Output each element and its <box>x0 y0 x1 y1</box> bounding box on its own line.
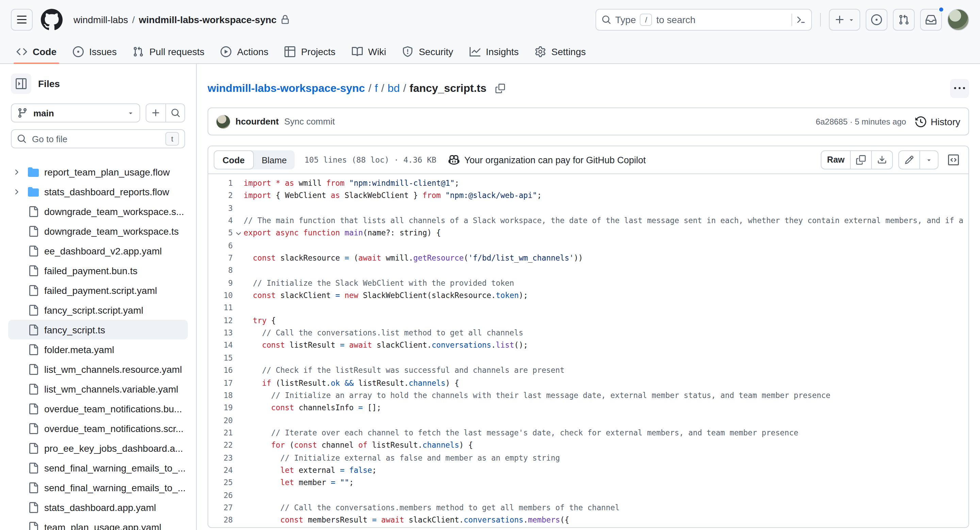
tab-code[interactable]: Code <box>11 40 62 63</box>
line-number[interactable]: 15 <box>208 352 233 365</box>
copy-path-button[interactable] <box>495 84 504 93</box>
line-number[interactable]: 16 <box>208 365 233 377</box>
line-number[interactable]: 3 <box>208 202 233 215</box>
tree-item[interactable]: overdue_team_notifications.scr... <box>8 419 188 438</box>
symbols-panel-button[interactable] <box>944 150 963 170</box>
expand-chevron[interactable] <box>10 187 22 195</box>
tree-item[interactable]: team_plan_usage.app.yaml <box>8 517 188 530</box>
edit-file-button[interactable] <box>899 151 920 169</box>
tree-item-label: overdue_team_notifications.scr... <box>44 423 183 434</box>
line-number[interactable]: 4 <box>208 215 233 228</box>
hamburger-menu-button[interactable] <box>11 9 33 31</box>
issues-button[interactable] <box>865 9 888 31</box>
code-line: 20 <box>208 415 969 427</box>
header-divider <box>820 13 821 27</box>
line-gutter <box>233 178 243 190</box>
tree-item[interactable]: downgrade_team_workspace.ts <box>8 221 188 241</box>
tree-item[interactable]: fancy_script.script.yaml <box>8 300 188 320</box>
line-number[interactable]: 29 <box>208 527 233 527</box>
command-palette-icon[interactable] <box>796 15 806 24</box>
line-number[interactable]: 21 <box>208 427 233 440</box>
tree-item[interactable]: downgrade_team_workspace.s... <box>8 202 188 221</box>
tab-wiki[interactable]: Wiki <box>347 40 392 63</box>
tree-item[interactable]: folder.meta.yaml <box>8 340 188 359</box>
pull-requests-button[interactable] <box>893 9 915 31</box>
tab-projects[interactable]: Projects <box>279 40 341 63</box>
breadcrumb-repo-link[interactable]: windmill-labs-workspace-sync <box>208 83 365 95</box>
breadcrumb-folder-link[interactable]: bd <box>388 83 400 95</box>
line-number[interactable]: 25 <box>208 477 233 490</box>
go-to-file-input[interactable]: Go to file t <box>11 129 185 148</box>
tab-actions[interactable]: Actions <box>215 40 274 63</box>
tab-pull-requests[interactable]: Pull requests <box>127 40 210 63</box>
commit-author[interactable]: hcourdent <box>235 116 279 127</box>
tree-item[interactable]: send_final_warning_emails_to_... <box>8 478 188 497</box>
copy-file-button[interactable] <box>850 151 871 169</box>
inbox-button[interactable] <box>920 9 942 31</box>
new-file-button[interactable] <box>146 104 165 122</box>
create-new-button[interactable] <box>829 9 860 31</box>
github-logo[interactable] <box>41 9 63 31</box>
search-tree-button[interactable] <box>165 104 185 122</box>
raw-button[interactable]: Raw <box>822 151 850 169</box>
tab-security[interactable]: Security <box>397 40 459 63</box>
line-number[interactable]: 9 <box>208 278 233 290</box>
history-button[interactable]: History <box>916 116 960 127</box>
tree-item[interactable]: pro_ee_key_jobs_dashboard.a... <box>8 438 188 458</box>
line-number[interactable]: 7 <box>208 252 233 265</box>
commit-message[interactable]: Sync commit <box>284 116 335 127</box>
tree-item[interactable]: ee_dashboard_v2.app.yaml <box>8 241 188 260</box>
line-number[interactable]: 24 <box>208 465 233 477</box>
history-icon <box>916 116 927 127</box>
commit-sha-time[interactable]: 6a28685 · 5 minutes ago <box>816 117 906 126</box>
line-number[interactable]: 1 <box>208 178 233 190</box>
line-number[interactable]: 19 <box>208 402 233 415</box>
tab-settings[interactable]: Settings <box>530 40 591 63</box>
edit-dropdown-button[interactable] <box>920 151 938 169</box>
repo-link[interactable]: windmill-labs-workspace-sync <box>139 14 277 25</box>
line-number[interactable]: 28 <box>208 515 233 527</box>
tree-item[interactable]: list_wm_channels.variable.yaml <box>8 379 188 399</box>
user-avatar[interactable] <box>947 9 969 31</box>
tree-item[interactable]: failed_payment.bun.ts <box>8 260 188 280</box>
line-number[interactable]: 22 <box>208 440 233 452</box>
tree-item[interactable]: send_final_warning_emails_to_... <box>8 458 188 478</box>
fold-chevron-icon[interactable] <box>234 230 242 238</box>
blame-view-tab[interactable]: Blame <box>253 150 295 170</box>
line-number[interactable]: 27 <box>208 502 233 515</box>
org-link[interactable]: windmill-labs <box>73 14 128 25</box>
global-search-input[interactable]: Type / to search <box>595 9 812 31</box>
branch-selector[interactable]: main <box>11 103 140 122</box>
tree-item[interactable]: fancy_script.ts <box>8 320 188 340</box>
line-number[interactable]: 20 <box>208 415 233 427</box>
expand-chevron[interactable] <box>10 168 22 176</box>
line-number[interactable]: 23 <box>208 452 233 465</box>
line-number[interactable]: 5 <box>208 228 233 240</box>
tab-issues[interactable]: Issues <box>67 40 122 63</box>
line-number[interactable]: 2 <box>208 190 233 203</box>
breadcrumb-folder-link[interactable]: f <box>375 83 378 95</box>
line-number[interactable]: 6 <box>208 240 233 252</box>
code-view-tab[interactable]: Code <box>214 150 253 170</box>
tree-item[interactable]: stats_dashboard_reports.flow <box>8 182 188 202</box>
tab-insights[interactable]: Insights <box>464 40 524 63</box>
line-number[interactable]: 10 <box>208 290 233 302</box>
line-number[interactable]: 14 <box>208 340 233 352</box>
commit-author-avatar[interactable] <box>216 115 230 128</box>
line-number[interactable]: 8 <box>208 265 233 278</box>
collapse-sidebar-button[interactable] <box>11 73 31 94</box>
line-number[interactable]: 17 <box>208 377 233 390</box>
tree-item[interactable]: failed_payment.script.yaml <box>8 280 188 300</box>
line-number[interactable]: 18 <box>208 390 233 402</box>
tree-item[interactable]: report_team_plan_usage.flow <box>8 162 188 182</box>
copilot-banner[interactable]: Your organization can pay for GitHub Cop… <box>449 154 646 165</box>
line-number[interactable]: 13 <box>208 327 233 340</box>
file-actions-kebab-button[interactable] <box>950 79 969 98</box>
tree-item[interactable]: list_wm_channels.resource.yaml <box>8 359 188 379</box>
line-number[interactable]: 11 <box>208 302 233 315</box>
line-number[interactable]: 26 <box>208 490 233 502</box>
download-button[interactable] <box>871 151 892 169</box>
tree-item[interactable]: overdue_team_notifications.bu... <box>8 399 188 419</box>
tree-item[interactable]: stats_dashboard.app.yaml <box>8 497 188 517</box>
line-number[interactable]: 12 <box>208 315 233 328</box>
